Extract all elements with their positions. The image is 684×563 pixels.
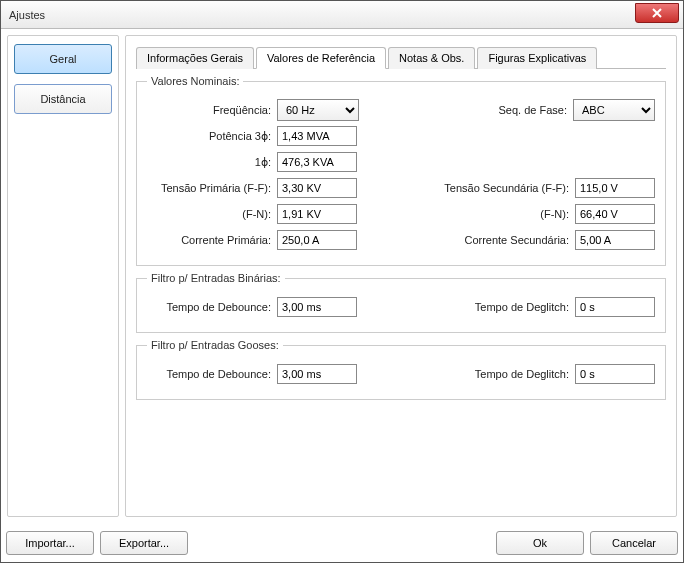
label-phase-sequence: Seq. de Fase: [418, 104, 573, 116]
fieldset-binary-filter: Filtro p/ Entradas Binárias: Tempo de De… [136, 272, 666, 333]
window-title: Ajustes [9, 9, 45, 21]
tab-figures[interactable]: Figuras Explicativas [477, 47, 597, 69]
label-primary-current: Corrente Primária: [147, 234, 277, 246]
label-secondary-current: Corrente Secundária: [420, 234, 575, 246]
input-secondary-voltage-fn[interactable] [575, 204, 655, 224]
input-goose-debounce[interactable] [277, 364, 357, 384]
input-primary-voltage-fn[interactable] [277, 204, 357, 224]
close-icon [651, 8, 663, 18]
ok-button[interactable]: Ok [496, 531, 584, 555]
legend-binary-filter: Filtro p/ Entradas Binárias: [147, 272, 285, 284]
legend-nominal: Valores Nominais: [147, 75, 243, 87]
input-power-1ph[interactable] [277, 152, 357, 172]
fieldset-nominal: Valores Nominais: Freqüência: 60 Hz Seq.… [136, 75, 666, 266]
label-secondary-voltage-ff: Tensão Secundária (F-F): [420, 182, 575, 194]
label-goose-debounce: Tempo de Debounce: [147, 368, 277, 380]
title-bar: Ajustes [1, 1, 683, 29]
main-panel: Informações Gerais Valores de Referência… [125, 35, 677, 517]
fieldset-goose-filter: Filtro p/ Entradas Gooses: Tempo de Debo… [136, 339, 666, 400]
input-secondary-voltage-ff[interactable] [575, 178, 655, 198]
select-frequency[interactable]: 60 Hz [277, 99, 359, 121]
input-power-3ph[interactable] [277, 126, 357, 146]
input-primary-voltage-ff[interactable] [277, 178, 357, 198]
input-bin-debounce[interactable] [277, 297, 357, 317]
sidebar-item-distance[interactable]: Distância [14, 84, 112, 114]
input-goose-deglitch[interactable] [575, 364, 655, 384]
label-bin-deglitch: Tempo de Deglitch: [420, 301, 575, 313]
input-secondary-current[interactable] [575, 230, 655, 250]
input-bin-deglitch[interactable] [575, 297, 655, 317]
label-power-1ph: 1ɸ: [147, 156, 277, 169]
legend-goose-filter: Filtro p/ Entradas Gooses: [147, 339, 283, 351]
label-bin-debounce: Tempo de Debounce: [147, 301, 277, 313]
export-button[interactable]: Exportar... [100, 531, 188, 555]
label-primary-voltage-fn: (F-N): [147, 208, 277, 220]
tab-reference-values[interactable]: Valores de Referência [256, 47, 386, 69]
import-button[interactable]: Importar... [6, 531, 94, 555]
tab-notes[interactable]: Notas & Obs. [388, 47, 475, 69]
sidebar-item-general[interactable]: Geral [14, 44, 112, 74]
input-primary-current[interactable] [277, 230, 357, 250]
sidebar: Geral Distância [7, 35, 119, 517]
label-goose-deglitch: Tempo de Deglitch: [420, 368, 575, 380]
close-button[interactable] [635, 3, 679, 23]
tab-info[interactable]: Informações Gerais [136, 47, 254, 69]
label-secondary-voltage-fn: (F-N): [420, 208, 575, 220]
cancel-button[interactable]: Cancelar [590, 531, 678, 555]
select-phase-sequence[interactable]: ABC [573, 99, 655, 121]
label-frequency: Freqüência: [147, 104, 277, 116]
tab-strip: Informações Gerais Valores de Referência… [136, 46, 666, 69]
label-primary-voltage-ff: Tensão Primária (F-F): [147, 182, 277, 194]
label-power-3ph: Potência 3ɸ: [147, 130, 277, 143]
bottom-button-bar: Importar... Exportar... Ok Cancelar [6, 529, 678, 557]
